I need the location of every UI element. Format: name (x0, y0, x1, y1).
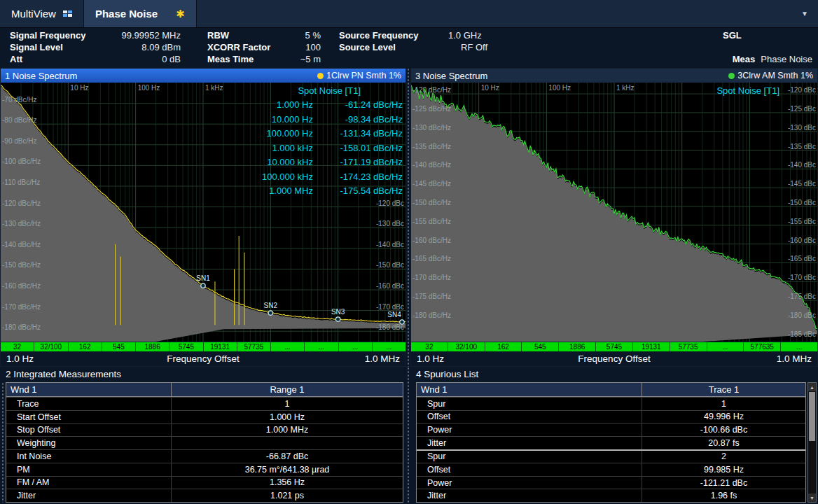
axis-end-label: 1.0 MHz (365, 354, 400, 364)
xcorr-segment: 5745 (596, 342, 633, 351)
trace1-color-dot (317, 73, 324, 79)
row-value: 1.96 fs (642, 489, 805, 502)
row-label: PM (6, 463, 172, 476)
svg-text:-170 dBc/Hz: -170 dBc/Hz (2, 303, 41, 311)
xcorr-segment: 32/100 (448, 342, 485, 351)
chevron-down-icon[interactable]: ▼ (791, 0, 818, 27)
xcorr-segment: ... (373, 342, 405, 351)
svg-text:-160 dBc/Hz: -160 dBc/Hz (2, 282, 41, 290)
table-body: Spur1Offset49.996 HzPower-100.66 dBcJitt… (417, 397, 805, 502)
tab-phase-noise[interactable]: Phase Noise ✱ (83, 0, 197, 27)
signal-frequency-label: Signal Frequency (10, 30, 85, 41)
svg-text:1 kHz: 1 kHz (205, 84, 223, 92)
spot-noise-row: 1.000 MHz-175.54 dBc/Hz (236, 184, 403, 199)
row-value: 20.87 fs (642, 437, 805, 449)
svg-text:-145 dBc/Hz: -145 dBc/Hz (413, 180, 451, 188)
window-noise-spectrum-1: 1 Noise Spectrum 1Clrw PN Smth 1% 10 Hz1… (0, 68, 406, 367)
svg-text:-110 dBc/Hz: -110 dBc/Hz (2, 178, 40, 186)
xcorr-segment: 5745 (169, 342, 203, 351)
xcorr-segment: 545 (522, 342, 559, 351)
svg-text:-160 dBc/Hz: -160 dBc/Hz (413, 237, 451, 244)
svg-text:-185 dBc: -185 dBc (788, 330, 816, 338)
measurement-info-bar: Signal Frequency 99.99952 MHz Signal Lev… (0, 28, 818, 68)
scroll-down-button[interactable]: ▼ (808, 493, 816, 502)
table-row: PM36.75 m°/641.38 µrad (6, 463, 403, 476)
pn-spectrum-chart[interactable]: 10 Hz100 Hz1 kHz-70 dBc/Hz-80 dBc/Hz-90 … (1, 83, 405, 342)
table-row: Jitter20.87 fs (417, 436, 805, 449)
spot-frequency: 10.000 kHz (236, 155, 313, 170)
svg-text:-125 dBc/Hz: -125 dBc/Hz (413, 105, 451, 113)
tab-multiview-label: MultiView (11, 8, 56, 20)
xcorr-factor-bar: 3232/100162545188657451913157735........… (1, 342, 405, 351)
window-splitter-vertical-bottom[interactable] (406, 367, 410, 504)
scrollbar[interactable]: ▲ ▼ (807, 382, 817, 503)
spot-value: -131.34 dBc/Hz (313, 127, 403, 141)
svg-text:-80 dBc/Hz: -80 dBc/Hz (2, 116, 36, 124)
spot-frequency: 1.000 Hz (236, 98, 313, 113)
source-frequency-label: Source Frequency (339, 30, 418, 41)
signal-frequency-value: 99.99952 MHz (97, 30, 181, 41)
window3-titlebar[interactable]: 3 Noise Spectrum 3Clrw AM Smth 1% (411, 69, 817, 83)
svg-text:-155 dBc/Hz: -155 dBc/Hz (413, 218, 451, 225)
am-spectrum-chart[interactable]: 10 Hz100 Hz1 kHz-120 dBc/Hz-125 dBc/Hz-1… (411, 83, 817, 342)
xcorr-factor-bar-3: 3232/100162545188657451913157735...57763… (411, 342, 817, 351)
xcorr-segment: 32/100 (34, 342, 68, 351)
table-row: Trace1 (6, 397, 403, 410)
rbw-value: 5 % (279, 30, 321, 41)
row-value: 1.000 Hz (172, 411, 403, 424)
wnd-header: Wnd 1 (417, 383, 642, 396)
integrated-measurements-table: Wnd 1 Range 1 Trace1Start Offset1.000 Hz… (6, 382, 403, 503)
row-label: Jitter (417, 489, 642, 502)
xcorr-segment: ... (781, 342, 817, 351)
tab-bar: MultiView Phase Noise ✱ ▼ (0, 0, 818, 28)
scroll-thumb[interactable] (809, 392, 815, 441)
att-label: Att (10, 54, 22, 65)
svg-text:-160 dBc: -160 dBc (376, 282, 404, 290)
sgl-indicator: SGL (723, 30, 742, 41)
xcorr-segment: ... (305, 342, 338, 351)
row-value: 1.356 Hz (172, 477, 403, 489)
source-frequency-value: 1.0 GHz (448, 30, 482, 41)
spot-frequency: 100.000 Hz (236, 127, 313, 141)
spot-noise-row: 100.000 kHz-174.23 dBc/Hz (236, 170, 403, 185)
source-level-value: RF Off (461, 42, 487, 53)
tab-multiview[interactable]: MultiView (0, 0, 83, 27)
xcorr-segment: 19131 (633, 342, 670, 351)
table-row: Power-121.21 dBc (417, 476, 805, 489)
window1-titlebar[interactable]: 1 Noise Spectrum 1Clrw PN Smth 1% (1, 69, 405, 83)
row-value: 99.985 Hz (642, 463, 805, 476)
spot-noise-readout: Spot Noise [T1] 1.000 Hz-61.24 dBc/Hz10.… (236, 84, 403, 199)
trace1-legend-label: 1Clrw PN Smth 1% (326, 71, 401, 80)
axis-title: Frequency Offset (578, 354, 650, 364)
window-noise-spectrum-3: 3 Noise Spectrum 3Clrw AM Smth 1% 10 Hz1… (410, 68, 818, 367)
trace3-legend: 3Clrw AM Smth 1% (728, 71, 813, 80)
spot-noise-title: Spot Noise [T1] (236, 84, 403, 98)
row-label: Spur (417, 398, 642, 410)
xcorr-segment: ... (707, 342, 744, 351)
svg-text:SN1: SN1 (196, 274, 210, 282)
multiview-grid-icon (63, 10, 72, 17)
svg-text:-175 dBc/Hz: -175 dBc/Hz (413, 293, 451, 300)
svg-text:-135 dBc/Hz: -135 dBc/Hz (413, 143, 451, 150)
svg-text:10 Hz: 10 Hz (481, 84, 499, 92)
svg-text:-180 dBc: -180 dBc (376, 323, 404, 331)
svg-text:100 Hz: 100 Hz (548, 84, 571, 92)
row-label: Offset (417, 463, 642, 476)
table-row: Jitter1.021 ps (6, 489, 403, 502)
svg-text:-120 dBc/Hz: -120 dBc/Hz (413, 86, 451, 94)
svg-text:SN3: SN3 (331, 308, 345, 316)
svg-text:-145 dBc: -145 dBc (788, 180, 816, 188)
table-row: Stop Offset1.000 MHz (6, 424, 403, 437)
svg-text:-180 dBc: -180 dBc (788, 312, 816, 319)
table-row: Int Noise-66.87 dBc (6, 449, 403, 463)
range-header: Range 1 (172, 383, 403, 396)
att-value: 0 dB (97, 54, 181, 65)
window-splitter-left[interactable] (1, 382, 5, 503)
svg-text:-160 dBc: -160 dBc (788, 237, 816, 244)
scroll-up-button[interactable]: ▲ (808, 383, 816, 391)
row-label: Power (417, 424, 642, 436)
row-label: Offset (417, 411, 642, 424)
favorite-star-icon: ✱ (176, 8, 185, 20)
window-splitter-vertical[interactable] (406, 68, 410, 367)
svg-text:-130 dBc: -130 dBc (376, 220, 404, 227)
